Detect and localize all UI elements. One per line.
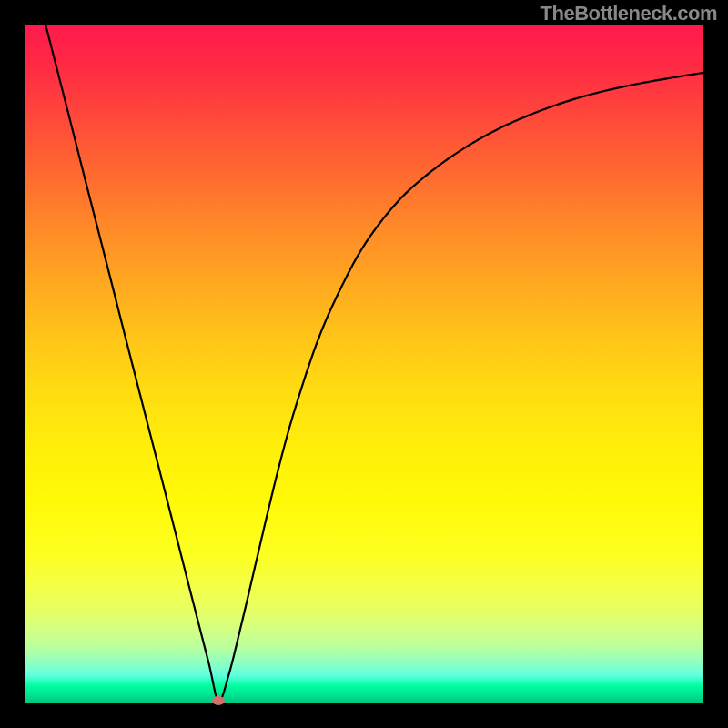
bottleneck-curve <box>25 25 703 703</box>
attribution-text: TheBottleneck.com <box>541 2 717 25</box>
optimal-point-marker <box>212 696 225 705</box>
